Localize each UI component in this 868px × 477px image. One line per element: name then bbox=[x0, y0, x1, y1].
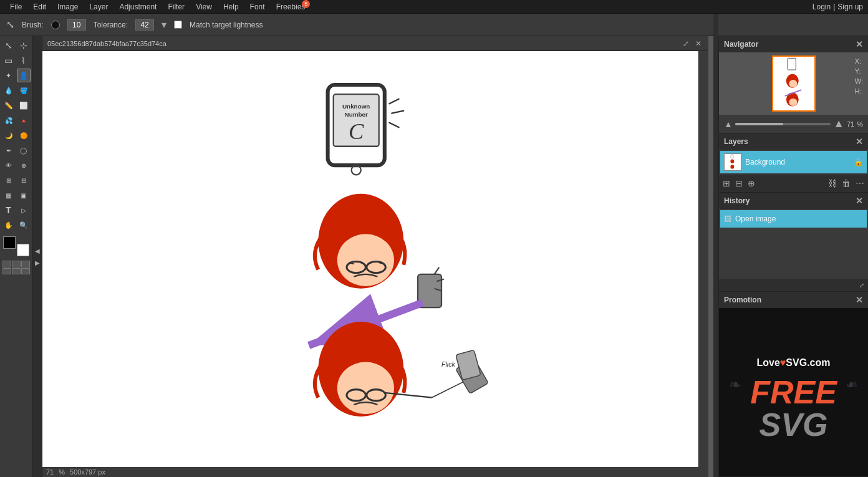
menu-font[interactable]: Font bbox=[245, 1, 270, 12]
image-canvas[interactable]: Unknown Number C bbox=[42, 51, 698, 467]
tool-row-10: ⊞ ⊟ bbox=[2, 173, 31, 187]
svg-point-40 bbox=[730, 159, 734, 163]
maximize-button[interactable]: ⤢ bbox=[681, 39, 691, 48]
menu-filter[interactable]: Filter bbox=[163, 1, 190, 12]
menu-help[interactable]: Help bbox=[218, 1, 244, 12]
wand-tool[interactable]: ✦ bbox=[2, 69, 16, 82]
navigator-thumbnail bbox=[772, 55, 816, 112]
gradient-tool[interactable]: ▦ bbox=[2, 188, 16, 202]
dodge-tool[interactable]: 🌙 bbox=[2, 128, 16, 142]
layer-mask-icon[interactable]: ⊟ bbox=[735, 178, 743, 188]
comic-svg: Unknown Number C bbox=[252, 51, 489, 467]
layer-item-background[interactable]: Background 🔒 bbox=[720, 151, 867, 173]
navigator-zoom-row: ▲ ▲ 71 % bbox=[719, 115, 868, 133]
match-lightness-checkbox[interactable] bbox=[174, 21, 182, 29]
grid-cell-2[interactable] bbox=[12, 261, 21, 267]
tool-row-8: ✒ ◯ bbox=[2, 143, 31, 157]
text-tool[interactable]: T bbox=[2, 203, 16, 217]
navigator-close[interactable]: ✕ bbox=[856, 39, 863, 49]
tolerance-value[interactable]: 42 bbox=[135, 19, 154, 31]
promo-svg-text: SVG bbox=[760, 408, 828, 441]
red-eye-tool[interactable]: 👁 bbox=[2, 158, 16, 172]
brush-tool[interactable]: ✏️ bbox=[2, 99, 16, 112]
history-item-open[interactable]: 🖼 Open image bbox=[720, 210, 867, 228]
menu-layer[interactable]: Layer bbox=[84, 1, 113, 12]
lasso-tool[interactable]: ⌇ bbox=[17, 54, 31, 67]
shape-tool-2[interactable]: ▷ bbox=[17, 203, 31, 217]
layer-link-icon[interactable]: ⛓ bbox=[828, 178, 837, 188]
svg-line-7 bbox=[389, 122, 398, 127]
layer-name: Background bbox=[745, 158, 850, 166]
nav-w-label: W: bbox=[855, 77, 863, 85]
promo-content[interactable]: Love♥SVG.com ❧ ❧ FREE SVG bbox=[719, 308, 868, 477]
clone-tool[interactable]: ⊞ bbox=[2, 173, 16, 187]
tool-row-1: ⤡ ⊹ bbox=[2, 39, 31, 52]
svg-point-23 bbox=[337, 362, 394, 414]
shape-tool[interactable]: ◯ bbox=[17, 143, 31, 157]
canvas-window: 05ec21356d87dab574bfaa77c35d74ca ⤢ ✕ Unk… bbox=[42, 36, 708, 477]
history-expand-icon[interactable]: ⤢ bbox=[859, 282, 864, 289]
history-close[interactable]: ✕ bbox=[856, 196, 863, 206]
eraser-tool[interactable]: ⬜ bbox=[17, 99, 31, 112]
promo-free-banner: ❧ ❧ FREE SVG bbox=[724, 371, 863, 446]
paint-bucket-tool[interactable]: 🪣 bbox=[17, 84, 31, 97]
grid-cell-1[interactable] bbox=[2, 261, 11, 267]
menu-edit[interactable]: Edit bbox=[28, 1, 51, 12]
menu-file[interactable]: File bbox=[5, 1, 27, 12]
vertical-scrollbar[interactable] bbox=[698, 51, 708, 467]
layer-more-icon[interactable]: ⋯ bbox=[856, 178, 864, 188]
signup-link[interactable]: Sign up bbox=[837, 2, 863, 11]
svg-point-36 bbox=[789, 99, 797, 106]
pan-tool[interactable]: ✋ bbox=[2, 218, 16, 232]
svg-point-41 bbox=[730, 165, 734, 169]
menu-view[interactable]: View bbox=[191, 1, 217, 12]
pen-tool[interactable]: ✒ bbox=[2, 143, 16, 157]
tool-row-7: 🌙 🟠 bbox=[2, 128, 31, 142]
history-empty-area bbox=[719, 229, 868, 279]
close-button[interactable]: ✕ bbox=[693, 39, 703, 48]
layer-adjust-icon[interactable]: ⊕ bbox=[748, 178, 755, 188]
menu-freebies[interactable]: Freebies 5 bbox=[271, 1, 311, 12]
layer-delete-icon[interactable]: 🗑 bbox=[842, 178, 851, 188]
layer-style-icon[interactable]: ⊞ bbox=[723, 178, 730, 188]
layers-close[interactable]: ✕ bbox=[856, 137, 863, 147]
nav-thumbnail-svg bbox=[773, 56, 814, 111]
collapse-left-icon[interactable]: ◀ bbox=[35, 248, 40, 254]
zoom-tool[interactable]: 🔍 bbox=[17, 218, 31, 232]
grid-cell-6[interactable] bbox=[21, 268, 30, 275]
rect-select-tool[interactable]: ▭ bbox=[2, 54, 16, 67]
brush-size[interactable]: 10 bbox=[67, 19, 86, 31]
move-tool-icon[interactable]: ⤡ bbox=[6, 19, 14, 31]
history-open-icon: 🖼 bbox=[724, 214, 731, 223]
menu-adjustment[interactable]: Adjustment bbox=[114, 1, 162, 12]
quick-select-tool[interactable]: 👤 bbox=[17, 69, 31, 82]
grid-cell-3[interactable] bbox=[21, 261, 30, 267]
eyedropper-tool[interactable]: 💧 bbox=[2, 84, 16, 97]
promotion-close[interactable]: ✕ bbox=[856, 295, 863, 305]
login-link[interactable]: Login bbox=[813, 2, 831, 11]
heal-tool[interactable]: ⊕ bbox=[17, 158, 31, 172]
smudge-tool[interactable]: 💦 bbox=[2, 113, 16, 127]
right-edge-scrollbar[interactable] bbox=[713, 14, 718, 477]
blur-tool[interactable]: 🔺 bbox=[17, 113, 31, 127]
grid-cell-5[interactable] bbox=[12, 268, 21, 275]
tool-row-4: 💧 🪣 bbox=[2, 84, 31, 97]
promo-right-deco: ❧ bbox=[846, 376, 858, 393]
collapse-right-icon[interactable]: ▶ bbox=[35, 259, 40, 266]
layers-toolbar: ⊞ ⊟ ⊕ ⛓ 🗑 ⋯ bbox=[719, 175, 868, 192]
burn-tool[interactable]: 🟠 bbox=[17, 128, 31, 142]
menu-image[interactable]: Image bbox=[52, 1, 83, 12]
foreground-color-swatch[interactable] bbox=[3, 236, 16, 249]
background-color-swatch[interactable] bbox=[17, 244, 29, 256]
stamp-tool[interactable]: ⊟ bbox=[17, 173, 31, 187]
move-tool[interactable]: ⤡ bbox=[2, 39, 16, 52]
left-tools-panel: ⤡ ⊹ ▭ ⌇ ✦ 👤 💧 🪣 ✏️ ⬜ 💦 🔺 🌙 bbox=[0, 36, 32, 477]
tool-row-3: ✦ 👤 bbox=[2, 69, 31, 82]
tolerance-dropdown-icon[interactable]: ▾ bbox=[162, 19, 166, 31]
zoom-slider[interactable] bbox=[735, 123, 831, 125]
layer-thumbnail bbox=[724, 153, 741, 171]
transform-tool[interactable]: ⊹ bbox=[17, 39, 31, 52]
fill-tool-2[interactable]: ▣ bbox=[17, 188, 31, 202]
grid-cell-4[interactable] bbox=[2, 268, 11, 275]
history-title: History bbox=[724, 196, 750, 205]
